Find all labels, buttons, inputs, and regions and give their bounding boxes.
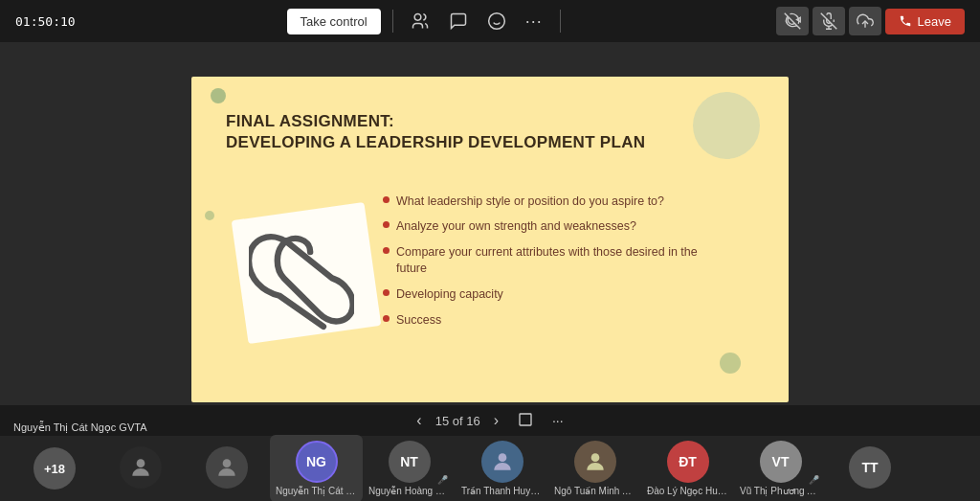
participant-card-5[interactable]: Ngô Tuấn Minh TT45... xyxy=(548,435,641,501)
plus-badge: +18 xyxy=(33,447,76,490)
avatar-1 xyxy=(206,446,248,489)
avatar-5 xyxy=(574,441,616,483)
bullet-item-4: Developing capacity xyxy=(383,286,699,303)
timer: 01:50:10 xyxy=(15,14,76,29)
participant-card-1[interactable] xyxy=(184,441,270,497)
camera-off-button[interactable] xyxy=(776,7,809,35)
plus-participants-card[interactable]: +18 xyxy=(11,442,98,495)
participant-card-vt[interactable]: VT Vũ Thị Phương Anh TT... 🎤 xyxy=(734,435,827,501)
bullet-item-3: Compare your current attributes with tho… xyxy=(383,244,699,277)
participant-name-ng: Nguyễn Thị Cát Ngọc GVTA xyxy=(276,486,357,496)
bullet-dot-1 xyxy=(383,196,390,203)
avatar-nt: NT xyxy=(389,441,431,483)
slide-wrapper: FINAL ASSIGNMENT: DEVELOPING A LEADERSHI… xyxy=(191,77,789,402)
bullet-dot-4 xyxy=(383,289,390,296)
mic-indicator-nt: 🎤 xyxy=(437,475,448,485)
slide-container: FINAL ASSIGNMENT: DEVELOPING A LEADERSHI… xyxy=(0,42,980,436)
slide-navigation: ‹ 15 of 16 › ··· xyxy=(0,405,980,436)
deco-circle-tr xyxy=(693,92,760,159)
avatar-ng: NG xyxy=(296,441,338,483)
svg-point-10 xyxy=(590,453,599,462)
slide: FINAL ASSIGNMENT: DEVELOPING A LEADERSHI… xyxy=(191,77,789,402)
avatar-4 xyxy=(481,441,523,483)
avatar-vt: VT xyxy=(760,441,802,483)
top-right-controls: Leave xyxy=(776,7,965,35)
participant-name-nt: Nguyễn Hoàng Huyền... xyxy=(368,486,450,496)
divider2 xyxy=(560,10,561,33)
participant-name-5: Ngô Tuấn Minh TT45... xyxy=(554,486,635,496)
svg-rect-6 xyxy=(520,414,531,425)
bullet-dot-2 xyxy=(383,221,390,228)
participant-card-ng[interactable]: NG Nguyễn Thị Cát Ngọc GVTA xyxy=(270,435,363,501)
prev-slide-button[interactable]: ‹ xyxy=(411,408,427,433)
share-button[interactable] xyxy=(849,7,881,35)
more-options-button[interactable]: ··· xyxy=(520,6,548,37)
top-center-controls: Take control ··· xyxy=(287,6,565,37)
participants-bar: +18 NG Nguyễn Thị Cát Ngọc GVTA NT Nguyễ… xyxy=(0,436,980,501)
slide-title: FINAL ASSIGNMENT: DEVELOPING A LEADERSHI… xyxy=(226,111,645,155)
next-slide-button[interactable]: › xyxy=(488,408,504,433)
reaction-icon-button[interactable] xyxy=(481,6,512,36)
bullet-item-5: Success xyxy=(383,312,699,329)
svg-point-9 xyxy=(498,453,506,462)
page-indicator: 15 of 16 xyxy=(435,414,480,428)
mic-indicator-vt: 🎤 xyxy=(809,475,819,485)
participant-card-dt[interactable]: ĐT Đào Lý Ngọc Huyền T... xyxy=(641,435,734,501)
top-bar: 01:50:10 Take control ··· xyxy=(0,0,980,42)
participant-name-vt: Vũ Thị Phương Anh TT... xyxy=(740,486,821,496)
presenter-name: Nguyễn Thị Cát Ngọc GVTA xyxy=(13,421,146,434)
paperclip-icon xyxy=(249,225,354,340)
participant-card-4[interactable]: Trần Thanh Huyền TT4... xyxy=(456,435,548,501)
participant-card-tt[interactable]: TT xyxy=(827,441,913,497)
fullscreen-button[interactable] xyxy=(512,408,539,434)
deco-circle-br xyxy=(720,353,741,374)
nav-more-button[interactable]: ··· xyxy=(546,409,569,432)
people-icon-button[interactable] xyxy=(405,6,435,36)
participant-name-4: Trần Thanh Huyền TT4... xyxy=(461,486,543,496)
participant-card-0[interactable] xyxy=(98,441,184,497)
svg-point-1 xyxy=(488,13,504,30)
avatar-0 xyxy=(120,446,162,489)
deco-dot-ml xyxy=(205,211,214,220)
divider xyxy=(392,10,393,33)
leave-button[interactable]: Leave xyxy=(885,9,965,34)
mic-off-button[interactable] xyxy=(813,7,845,35)
avatar-tt: TT xyxy=(849,446,891,489)
participant-card-nt[interactable]: NT Nguyễn Hoàng Huyền... 🎤 xyxy=(363,435,456,501)
take-control-button[interactable]: Take control xyxy=(287,9,381,34)
participant-name-dt: Đào Lý Ngọc Huyền T... xyxy=(647,486,728,496)
avatar-dt: ĐT xyxy=(667,441,709,483)
deco-circle-tl xyxy=(211,88,226,103)
bullet-dot-3 xyxy=(383,247,390,254)
slide-bullet-list: What leadership style or position do you… xyxy=(383,194,699,338)
svg-point-8 xyxy=(223,459,232,467)
chat-icon-button[interactable] xyxy=(443,6,474,36)
bullet-item-1: What leadership style or position do you… xyxy=(383,194,699,210)
svg-point-7 xyxy=(137,459,145,467)
svg-point-0 xyxy=(414,14,421,21)
bullet-dot-5 xyxy=(383,315,390,322)
bullet-item-2: Analyze your own strength and weaknesses… xyxy=(383,218,699,235)
